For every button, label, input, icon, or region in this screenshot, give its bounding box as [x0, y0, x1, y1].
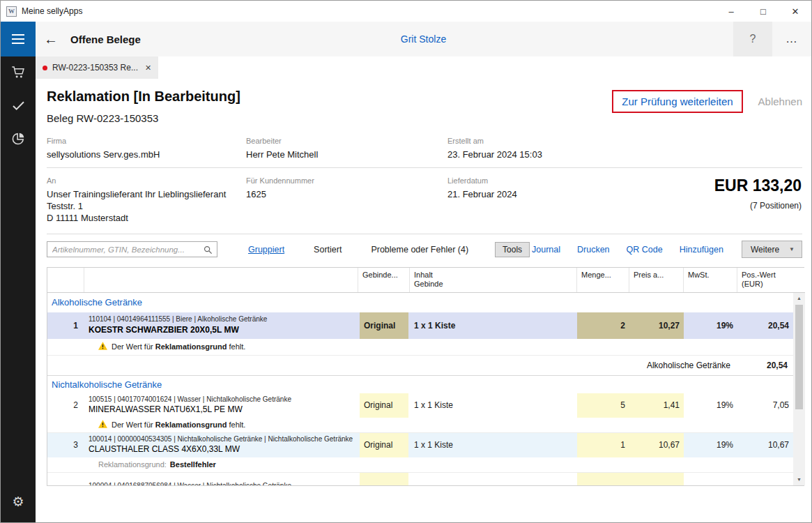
- gebinde-cell[interactable]: Original: [360, 393, 408, 418]
- warning-text: Der Wert für Reklamationsgrund fehlt.: [112, 342, 245, 351]
- header-mwst[interactable]: MwSt.: [684, 268, 737, 293]
- maximize-button[interactable]: □: [747, 1, 779, 22]
- gebinde-cell[interactable]: Original: [360, 312, 408, 339]
- menge-cell[interactable]: 2: [577, 312, 629, 339]
- subtotal-label: Alkoholische Getränke: [47, 361, 737, 370]
- warning-icon: [98, 342, 107, 351]
- field-firma: Firma sellysolutions Serv.ges.mbH: [47, 137, 246, 160]
- kundennummer-label: Für Kundennummer: [246, 176, 447, 185]
- bearbeiter-label: Bearbeiter: [246, 137, 447, 145]
- group-toggle[interactable]: Gruppiert: [248, 245, 284, 255]
- an-label: An: [47, 176, 246, 185]
- erstellt-am-label: Erstellt am: [447, 137, 802, 145]
- preis-cell[interactable]: 1,41: [629, 393, 684, 418]
- header-row-number: [47, 268, 84, 293]
- menge-cell[interactable]: 5: [577, 393, 629, 418]
- problems-filter[interactable]: Probleme oder Fehler (4): [371, 245, 468, 255]
- menge-cell[interactable]: 1: [577, 433, 629, 457]
- help-button[interactable]: ?: [733, 22, 772, 56]
- article-description: 100515 | 04017074001624 | Wasser | Nicht…: [84, 393, 358, 418]
- article-name: KOESTR SCHWARZBIER 20X0,5L MW: [89, 324, 239, 336]
- table-row[interactable]: 1 110104 | 04014964111555 | Biere | Alko…: [47, 312, 793, 339]
- current-user[interactable]: Grit Stolze: [36, 33, 811, 45]
- row-number: 1: [47, 312, 84, 339]
- tab-document[interactable]: RW-0223-150353 Re... ✕: [36, 56, 158, 79]
- chevron-down-icon: ▼: [779, 246, 802, 252]
- group-header-nichtalkoholische[interactable]: Nichtalkoholische Getränke: [47, 376, 793, 393]
- table-row[interactable]: 3 100014 | 00000040534305 | Nichtalkohol…: [47, 433, 793, 457]
- tab-strip: RW-0223-150353 Re... ✕: [36, 56, 811, 79]
- table-row[interactable]: 100004 | 04016887056984 | Wasser | Nicht…: [47, 473, 793, 485]
- scroll-down-icon[interactable]: ▼: [793, 474, 805, 485]
- scrollbar-track[interactable]: ▲ ▼: [793, 293, 805, 485]
- close-button[interactable]: ✕: [779, 1, 811, 22]
- document-content: Reklamation [In Bearbeitung] Beleg RW-02…: [36, 79, 811, 522]
- more-dropdown-button[interactable]: Weitere ▼: [742, 241, 802, 258]
- warning-icon: [98, 420, 107, 430]
- reject-button[interactable]: Ablehnen: [758, 96, 802, 107]
- minimize-button[interactable]: –: [715, 1, 747, 22]
- an-line1: Unser Trainingslieferant Ihr Lieblingsli…: [47, 188, 246, 200]
- an-line3: D 11111 Musterstadt: [47, 212, 246, 224]
- article-name: CLAUSTHALER CLASS 4X6X0,33L MW: [89, 444, 240, 455]
- gebinde-cell[interactable]: [360, 473, 408, 485]
- article-meta: 100515 | 04017074001624 | Wasser | Nicht…: [89, 395, 291, 404]
- table-header-row: Gebinde... InhaltGebinde Menge... Preis …: [47, 268, 793, 293]
- reklamationsgrund-value: Bestellfehler: [170, 460, 216, 469]
- pos-wert-cell: [737, 473, 793, 485]
- qr-code-link[interactable]: QR Code: [627, 245, 663, 255]
- search-icon[interactable]: [204, 245, 213, 257]
- warning-row: Der Wert für Reklamationsgrund fehlt.: [47, 418, 793, 433]
- scrollbar-thumb[interactable]: [795, 305, 803, 409]
- gebinde-cell[interactable]: Original: [360, 433, 408, 457]
- print-link[interactable]: Drucken: [577, 245, 610, 255]
- tab-close-icon[interactable]: ✕: [145, 63, 151, 73]
- inhalt-cell: [410, 473, 577, 485]
- titlebar: W Meine sellyApps – □ ✕: [1, 1, 811, 22]
- mwst-cell: 19%: [684, 433, 737, 457]
- table-body: Alkoholische Getränke 1 110104 | 0401496…: [47, 293, 793, 485]
- sidebar-item-settings[interactable]: ⚙: [1, 485, 36, 518]
- add-link[interactable]: Hinzufügen: [680, 245, 723, 255]
- sidebar-item-tasks[interactable]: [1, 90, 36, 123]
- an-line2: Teststr. 1: [47, 200, 246, 212]
- forward-for-review-button[interactable]: Zur Prüfung weiterleiten: [612, 90, 742, 113]
- preis-cell[interactable]: 10,27: [629, 312, 684, 339]
- article-description: 100004 | 04016887056984 | Wasser | Nicht…: [84, 473, 358, 485]
- sidebar-item-cart[interactable]: [1, 56, 36, 90]
- back-button[interactable]: ←: [36, 31, 66, 47]
- header-menge[interactable]: Menge...: [577, 268, 629, 293]
- header-inhalt-gebinde[interactable]: InhaltGebinde: [410, 268, 577, 293]
- warning-row: Der Wert für Reklamationsgrund fehlt.: [47, 339, 793, 356]
- tools-button[interactable]: Tools: [495, 242, 530, 257]
- hamburger-menu-button[interactable]: [1, 22, 36, 56]
- pie-chart-icon: [11, 132, 25, 149]
- scroll-up-icon[interactable]: ▲: [793, 293, 805, 304]
- group-header-alkoholische[interactable]: Alkoholische Getränke: [47, 293, 793, 312]
- search-input[interactable]: [47, 241, 217, 257]
- header-pos-wert[interactable]: Pos.-Wert(EUR): [737, 268, 793, 293]
- firma-label: Firma: [47, 137, 246, 145]
- field-row-1: Firma sellysolutions Serv.ges.mbH Bearbe…: [47, 128, 802, 168]
- header-article: [84, 268, 358, 293]
- positions-table: Gebinde... InhaltGebinde Menge... Preis …: [47, 267, 804, 486]
- menge-cell[interactable]: [577, 473, 629, 485]
- hamburger-icon: [12, 34, 24, 36]
- document-title: Reklamation [In Bearbeitung]: [47, 89, 240, 105]
- table-scrollbar: ▲ ▼: [793, 268, 805, 485]
- app-window: W Meine sellyApps – □ ✕: [0, 0, 812, 523]
- preis-cell[interactable]: [629, 473, 684, 485]
- sidebar-item-statistics[interactable]: [1, 123, 36, 157]
- header-preis[interactable]: Preis a...: [629, 268, 684, 293]
- page-title: Offene Belege: [70, 33, 141, 45]
- lieferdatum-label: Lieferdatum: [447, 176, 608, 185]
- tab-label: RW-0223-150353 Re...: [52, 63, 138, 73]
- field-kundennummer: Für Kundennummer 1625: [246, 176, 447, 224]
- journal-link[interactable]: Journal: [532, 245, 560, 255]
- lieferdatum-value: 21. Februar 2024: [447, 188, 608, 200]
- preis-cell[interactable]: 10,67: [629, 433, 684, 457]
- sort-toggle[interactable]: Sortiert: [314, 245, 342, 255]
- more-options-button[interactable]: …: [772, 22, 811, 56]
- table-row[interactable]: 2 100515 | 04017074001624 | Wasser | Nic…: [47, 393, 793, 418]
- header-gebinde[interactable]: Gebinde...: [358, 268, 410, 293]
